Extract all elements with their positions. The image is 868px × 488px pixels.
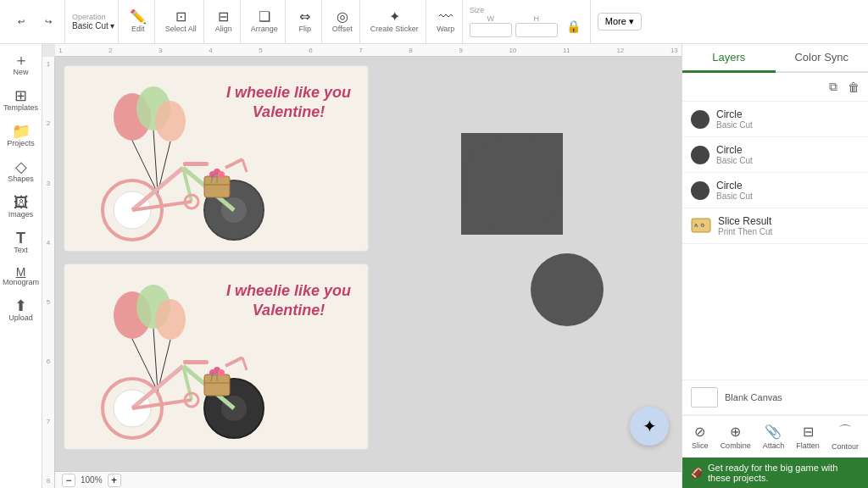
- warp-button[interactable]: 〰 Warp: [433, 8, 459, 35]
- height-input[interactable]: [515, 23, 558, 37]
- svg-line-14: [225, 159, 242, 168]
- flatten-button[interactable]: ⊟ Flatten: [796, 424, 820, 450]
- ruler-vertical: 12 34 56 78: [42, 57, 55, 488]
- svg-point-2: [155, 101, 186, 141]
- toolbar-group-align: ⊟ Align: [208, 0, 241, 43]
- dark-circle-medium: [529, 252, 605, 328]
- offset-button[interactable]: ◎ Offset: [329, 8, 356, 35]
- contour-icon: ⌒: [838, 423, 852, 441]
- layer-item-circle1[interactable]: Circle Basic Cut: [682, 102, 868, 137]
- sidebar-item-upload-label: Upload: [8, 313, 33, 322]
- layer-name-circle3: Circle: [716, 180, 753, 191]
- toolbar-group-more: More ▾: [594, 0, 645, 43]
- valentine-card-1[interactable]: I wheelie like you Valentine!: [64, 65, 369, 252]
- align-button[interactable]: ⊟ Align: [211, 8, 236, 35]
- svg-line-29: [153, 329, 158, 391]
- projects-icon: 📁: [12, 124, 31, 139]
- toolbar-group-arrange: ❑ Arrange: [244, 0, 286, 43]
- templates-icon: ⊞: [14, 88, 27, 103]
- layer-info-slice: Slice Result Print Then Cut: [718, 215, 772, 236]
- edit-label: Edit: [131, 25, 145, 33]
- combine-icon: ⊕: [730, 424, 741, 440]
- layer-item-circle2[interactable]: Circle Basic Cut: [682, 137, 868, 173]
- valentine-card-2[interactable]: I wheelie like you Valentine!: [64, 263, 369, 450]
- operation-select[interactable]: Operation Basic Cut ▾: [72, 13, 114, 30]
- size-label: Size: [470, 6, 587, 14]
- sidebar-item-upload[interactable]: ⬆ Upload: [3, 293, 40, 327]
- delete-layer-button[interactable]: 🗑: [846, 79, 861, 96]
- upload-icon: ⬆: [14, 298, 27, 313]
- slice-button[interactable]: ⊘ Slice: [692, 424, 709, 450]
- operation-value: Basic Cut: [72, 21, 108, 30]
- layers-list: Circle Basic Cut Circle Basic Cut Circle…: [682, 102, 868, 380]
- align-label: Align: [215, 25, 232, 33]
- arrange-button[interactable]: ❑ Arrange: [248, 8, 281, 35]
- attach-button[interactable]: 📎 Attach: [763, 424, 785, 450]
- flip-icon: ⇔: [299, 10, 310, 24]
- sidebar-item-projects[interactable]: 📁 Projects: [3, 119, 40, 152]
- edit-button[interactable]: ✏️ Edit: [125, 8, 151, 35]
- sidebar-item-new[interactable]: ＋ New: [3, 47, 40, 81]
- promo-text: Get ready for the big game with these pr…: [708, 463, 860, 483]
- svg-point-27: [155, 299, 186, 340]
- flip-button[interactable]: ⇔ Flip: [292, 8, 318, 35]
- sticker-icon: ✦: [389, 10, 400, 24]
- layer-type-slice: Print Then Cut: [718, 227, 772, 236]
- layer-item-circle3[interactable]: Circle Basic Cut: [682, 173, 868, 208]
- tab-color-sync[interactable]: Color Sync: [776, 44, 869, 73]
- undo-button[interactable]: ↩: [8, 15, 34, 28]
- ruler-horizontal: 12 34 56 78 910 1112 13: [55, 44, 682, 57]
- sidebar-item-shapes-label: Shapes: [8, 175, 34, 183]
- create-sticker-button[interactable]: ✦ Create Sticker: [367, 8, 422, 35]
- warp-label: Warp: [437, 25, 454, 33]
- sidebar-item-templates[interactable]: ⊞ Templates: [3, 83, 40, 117]
- svg-rect-16: [183, 162, 209, 166]
- width-input[interactable]: [470, 23, 512, 37]
- dark-circle-large: [461, 133, 563, 235]
- svg-line-39: [225, 358, 242, 366]
- layer-type-circle3: Basic Cut: [716, 191, 753, 201]
- svg-point-46: [218, 369, 225, 376]
- canvas-content[interactable]: I wheelie like you Valentine!: [55, 57, 682, 471]
- lock-aspect-button[interactable]: 🔒: [561, 14, 587, 37]
- sidebar-item-monogram[interactable]: M Monogram: [3, 261, 40, 291]
- blank-canvas-row[interactable]: Blank Canvas: [682, 380, 868, 415]
- toolbar-group-select-all: ⊡ Select All: [159, 0, 204, 43]
- svg-line-40: [242, 358, 247, 370]
- new-icon: ＋: [14, 53, 29, 68]
- tab-layers[interactable]: Layers: [682, 44, 776, 73]
- svg-line-4: [153, 130, 158, 193]
- combine-button[interactable]: ⊕ Combine: [721, 424, 751, 450]
- monogram-icon: M: [16, 266, 26, 278]
- toolbar-group-history: ↩ ↪: [5, 0, 65, 43]
- layer-circle-3: [691, 181, 709, 200]
- zoom-in-button[interactable]: +: [108, 474, 121, 487]
- sticker-label: Create Sticker: [370, 25, 419, 33]
- main-area: ＋ New ⊞ Templates 📁 Projects ◇ Shapes 🖼 …: [0, 44, 868, 488]
- canvas-area[interactable]: 12 34 56 78 910 1112 13 12 34 56 78: [42, 44, 682, 488]
- more-button[interactable]: More ▾: [598, 13, 642, 30]
- shapes-icon: ◇: [15, 159, 27, 175]
- offset-label: Offset: [332, 25, 353, 33]
- svg-line-3: [132, 141, 158, 193]
- duplicate-layer-button[interactable]: ⧉: [827, 78, 839, 96]
- zoom-out-button[interactable]: −: [62, 474, 75, 487]
- ai-sparkle-button[interactable]: ✦: [630, 407, 669, 446]
- sidebar-item-text[interactable]: T Text: [3, 225, 40, 259]
- panel-bottom-toolbar: ⊘ Slice ⊕ Combine 📎 Attach ⊟ Flatten ⌒ C…: [682, 415, 868, 458]
- contour-button[interactable]: ⌒ Contour: [832, 423, 859, 451]
- width-label: W: [487, 14, 495, 23]
- svg-point-51: [531, 253, 604, 326]
- redo-button[interactable]: ↪: [36, 15, 61, 28]
- sidebar-item-shapes[interactable]: ◇ Shapes: [3, 154, 40, 188]
- sidebar-item-images[interactable]: 🖼 Images: [3, 190, 40, 224]
- layer-info-circle1: Circle Basic Cut: [716, 108, 753, 130]
- select-all-button[interactable]: ⊡ Select All: [162, 8, 200, 35]
- height-label: H: [534, 14, 540, 23]
- arrange-label: Arrange: [251, 25, 278, 33]
- svg-text:A: A: [694, 223, 698, 228]
- attach-label: Attach: [763, 441, 785, 450]
- promo-bar[interactable]: 🏈 Get ready for the big game with these …: [682, 458, 868, 488]
- layer-item-slice-result[interactable]: A ♻ Slice Result Print Then Cut: [682, 208, 868, 244]
- flatten-label: Flatten: [796, 441, 820, 450]
